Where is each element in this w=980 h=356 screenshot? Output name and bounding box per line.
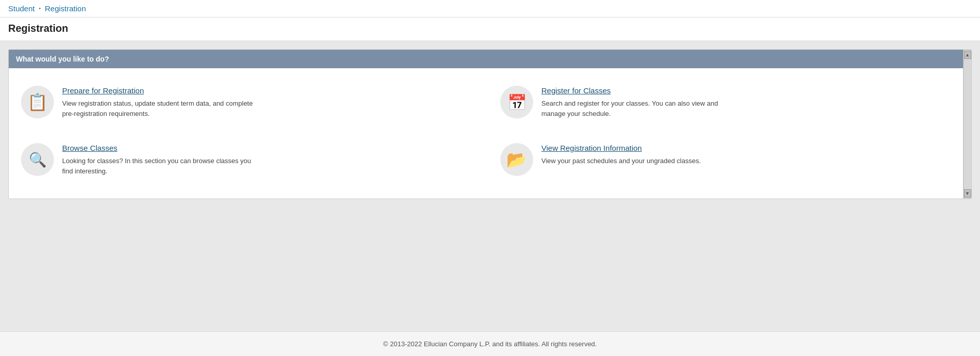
scrollbar-track xyxy=(964,59,971,189)
footer: © 2013-2022 Ellucian Company L.P. and it… xyxy=(0,331,980,356)
scrollbar-down-button[interactable]: ▼ xyxy=(964,189,971,197)
view-info-link[interactable]: View Registration Information xyxy=(541,144,642,152)
scrollbar-up-button[interactable]: ▲ xyxy=(964,51,971,59)
panel-header: What would you like to do? xyxy=(9,50,971,68)
view-info-text: View Registration Information View your … xyxy=(541,143,701,166)
view-info-icon xyxy=(500,143,533,176)
breadcrumb-separator: • xyxy=(39,6,41,11)
register-description: Search and register for your classes. Yo… xyxy=(541,98,737,118)
prepare-icon xyxy=(21,86,54,118)
view-info-description: View your past schedules and your ungrad… xyxy=(541,156,701,166)
option-register: Register for Classes Search and register… xyxy=(500,78,959,126)
option-view-info: View Registration Information View your … xyxy=(500,136,959,183)
prepare-text: Prepare for Registration View registrati… xyxy=(62,86,257,118)
option-browse: Browse Classes Looking for classes? In t… xyxy=(21,136,480,183)
breadcrumb-student-link[interactable]: Student xyxy=(8,4,35,13)
panel-body: Prepare for Registration View registrati… xyxy=(9,68,971,199)
browse-text: Browse Classes Looking for classes? In t… xyxy=(62,143,257,176)
breadcrumb-bar: Student • Registration xyxy=(0,0,980,17)
register-text: Register for Classes Search and register… xyxy=(541,86,737,118)
prepare-link[interactable]: Prepare for Registration xyxy=(62,86,144,95)
page-header: Registration xyxy=(0,17,980,41)
main-content: What would you like to do? Prepare for R… xyxy=(0,41,980,331)
browse-icon xyxy=(21,143,54,176)
options-grid: Prepare for Registration View registrati… xyxy=(21,78,959,183)
options-panel: What would you like to do? Prepare for R… xyxy=(8,49,972,199)
option-prepare: Prepare for Registration View registrati… xyxy=(21,78,480,126)
browse-description: Looking for classes? In this section you… xyxy=(62,156,257,176)
register-link[interactable]: Register for Classes xyxy=(541,86,611,95)
breadcrumb-registration-link[interactable]: Registration xyxy=(45,4,86,13)
prepare-description: View registration status, update student… xyxy=(62,98,257,118)
register-icon xyxy=(500,86,533,118)
scrollbar[interactable]: ▲ ▼ xyxy=(963,50,971,199)
browse-link[interactable]: Browse Classes xyxy=(62,144,118,152)
footer-text: © 2013-2022 Ellucian Company L.P. and it… xyxy=(383,340,597,348)
page-title: Registration xyxy=(8,23,972,34)
breadcrumb: Student • Registration xyxy=(8,4,972,13)
